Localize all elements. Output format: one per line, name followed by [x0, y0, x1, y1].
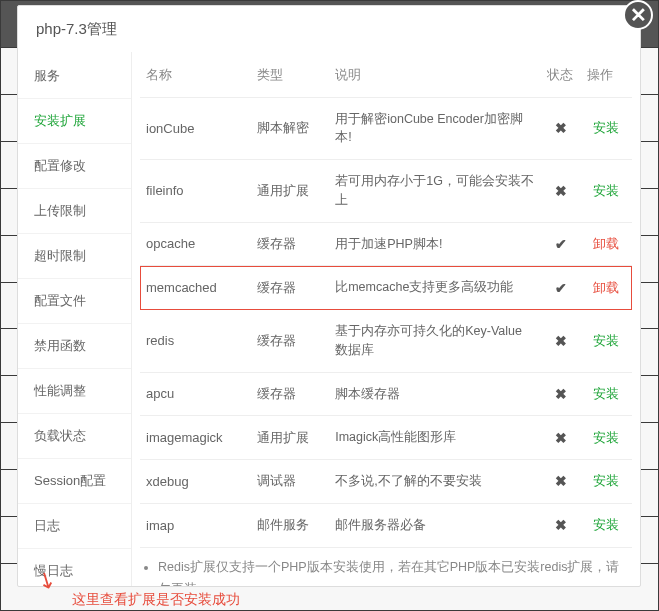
install-link[interactable]: 安装	[593, 517, 619, 532]
install-link[interactable]: 安装	[593, 473, 619, 488]
ext-type: 调试器	[251, 460, 329, 504]
sidebar-item-2[interactable]: 配置修改	[18, 144, 131, 189]
ext-state: ✔	[541, 266, 581, 310]
header-name: 名称	[140, 52, 251, 97]
table-row: redis缓存器基于内存亦可持久化的Key-Value数据库✖安装	[140, 310, 632, 373]
cross-icon: ✖	[555, 333, 567, 349]
install-link[interactable]: 安装	[593, 183, 619, 198]
cross-icon: ✖	[555, 473, 567, 489]
ext-desc: 比memcache支持更多高级功能	[329, 266, 540, 310]
sidebar-item-0[interactable]: 服务	[18, 54, 131, 99]
ext-type: 脚本解密	[251, 97, 329, 160]
modal-body: 服务安装扩展配置修改上传限制超时限制配置文件禁用函数性能调整负载状态Sessio…	[18, 51, 640, 586]
sidebar-item-1[interactable]: 安装扩展	[18, 99, 131, 144]
check-icon: ✔	[555, 280, 567, 296]
ext-op: 卸载	[581, 266, 632, 310]
ext-state: ✖	[541, 503, 581, 547]
uninstall-link[interactable]: 卸载	[593, 280, 619, 295]
cross-icon: ✖	[555, 386, 567, 402]
install-link[interactable]: 安装	[593, 386, 619, 401]
ext-desc: 若可用内存小于1G，可能会安装不上	[329, 160, 540, 223]
sidebar-item-3[interactable]: 上传限制	[18, 189, 131, 234]
ext-type: 缓存器	[251, 372, 329, 416]
sidebar-item-9[interactable]: Session配置	[18, 459, 131, 504]
cross-icon: ✖	[555, 430, 567, 446]
ext-type: 通用扩展	[251, 160, 329, 223]
install-link[interactable]: 安装	[593, 120, 619, 135]
table-row: xdebug调试器不多说,不了解的不要安装✖安装	[140, 460, 632, 504]
ext-op: 安装	[581, 160, 632, 223]
ext-desc: 用于加速PHP脚本!	[329, 222, 540, 266]
ext-name: imap	[140, 503, 251, 547]
ext-state: ✖	[541, 372, 581, 416]
modal-title: php-7.3管理	[18, 6, 640, 51]
table-row: ionCube脚本解密用于解密ionCube Encoder加密脚本!✖安装	[140, 97, 632, 160]
notes-list: Redis扩展仅支持一个PHP版本安装使用，若在其它PHP版本已安装redis扩…	[158, 556, 632, 587]
check-icon: ✔	[555, 236, 567, 252]
ext-state: ✖	[541, 460, 581, 504]
ext-desc: 基于内存亦可持久化的Key-Value数据库	[329, 310, 540, 373]
ext-op: 安装	[581, 97, 632, 160]
ext-op: 安装	[581, 503, 632, 547]
ext-name: fileinfo	[140, 160, 251, 223]
sidebar-item-8[interactable]: 负载状态	[18, 414, 131, 459]
ext-name: imagemagick	[140, 416, 251, 460]
header-desc: 说明	[329, 52, 540, 97]
ext-state: ✖	[541, 97, 581, 160]
ext-desc: Imagick高性能图形库	[329, 416, 540, 460]
table-header-row: 名称 类型 说明 状态 操作	[140, 52, 632, 97]
cross-icon: ✖	[555, 517, 567, 533]
extensions-table: 名称 类型 说明 状态 操作 ionCube脚本解密用于解密ionCube En…	[140, 52, 632, 548]
ext-name: ionCube	[140, 97, 251, 160]
sidebar-item-11[interactable]: 慢日志	[18, 549, 131, 586]
ext-state: ✖	[541, 310, 581, 373]
uninstall-link[interactable]: 卸载	[593, 236, 619, 251]
table-row: imap邮件服务邮件服务器必备✖安装	[140, 503, 632, 547]
close-icon: ✕	[630, 3, 647, 27]
sidebar-item-4[interactable]: 超时限制	[18, 234, 131, 279]
ext-type: 邮件服务	[251, 503, 329, 547]
sidebar-item-5[interactable]: 配置文件	[18, 279, 131, 324]
ext-op: 安装	[581, 416, 632, 460]
cross-icon: ✖	[555, 183, 567, 199]
sidebar-item-10[interactable]: 日志	[18, 504, 131, 549]
sidebar: 服务安装扩展配置修改上传限制超时限制配置文件禁用函数性能调整负载状态Sessio…	[18, 52, 132, 586]
content-pane: 名称 类型 说明 状态 操作 ionCube脚本解密用于解密ionCube En…	[132, 52, 640, 586]
ext-type: 缓存器	[251, 222, 329, 266]
ext-op: 安装	[581, 310, 632, 373]
table-row: apcu缓存器脚本缓存器✖安装	[140, 372, 632, 416]
ext-state: ✔	[541, 222, 581, 266]
ext-op: 卸载	[581, 222, 632, 266]
ext-name: memcached	[140, 266, 251, 310]
header-type: 类型	[251, 52, 329, 97]
ext-desc: 不多说,不了解的不要安装	[329, 460, 540, 504]
note-item: Redis扩展仅支持一个PHP版本安装使用，若在其它PHP版本已安装redis扩…	[158, 556, 632, 587]
ext-name: redis	[140, 310, 251, 373]
ext-name: apcu	[140, 372, 251, 416]
table-row: opcache缓存器用于加速PHP脚本!✔卸载	[140, 222, 632, 266]
header-op: 操作	[581, 52, 632, 97]
cross-icon: ✖	[555, 120, 567, 136]
ext-type: 缓存器	[251, 310, 329, 373]
sidebar-item-7[interactable]: 性能调整	[18, 369, 131, 414]
ext-desc: 用于解密ionCube Encoder加密脚本!	[329, 97, 540, 160]
ext-desc: 邮件服务器必备	[329, 503, 540, 547]
table-row: imagemagick通用扩展Imagick高性能图形库✖安装	[140, 416, 632, 460]
ext-name: xdebug	[140, 460, 251, 504]
ext-type: 缓存器	[251, 266, 329, 310]
install-link[interactable]: 安装	[593, 333, 619, 348]
ext-desc: 脚本缓存器	[329, 372, 540, 416]
ext-name: opcache	[140, 222, 251, 266]
header-state: 状态	[541, 52, 581, 97]
php-manage-modal: ✕ php-7.3管理 服务安装扩展配置修改上传限制超时限制配置文件禁用函数性能…	[17, 5, 641, 587]
table-row: memcached缓存器比memcache支持更多高级功能✔卸载	[140, 266, 632, 310]
close-button[interactable]: ✕	[623, 0, 653, 30]
ext-op: 安装	[581, 460, 632, 504]
ext-type: 通用扩展	[251, 416, 329, 460]
ext-state: ✖	[541, 416, 581, 460]
ext-op: 安装	[581, 372, 632, 416]
ext-state: ✖	[541, 160, 581, 223]
install-link[interactable]: 安装	[593, 430, 619, 445]
table-row: fileinfo通用扩展若可用内存小于1G，可能会安装不上✖安装	[140, 160, 632, 223]
sidebar-item-6[interactable]: 禁用函数	[18, 324, 131, 369]
